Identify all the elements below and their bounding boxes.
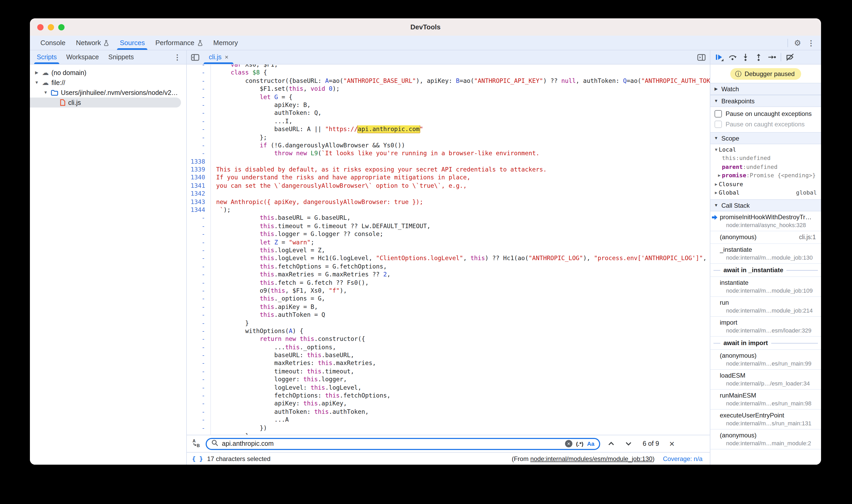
search-query[interactable]: api.anthropic.com (222, 440, 561, 447)
code-line[interactable]: - }) (187, 424, 710, 432)
code-line[interactable]: - if (!G.dangerouslyAllowBrowser && Ys0(… (187, 142, 710, 150)
scope-group-global[interactable]: ▶Globalglobal (710, 188, 821, 197)
disclosure-right-icon[interactable]: ▶ (717, 173, 722, 178)
line-gutter[interactable]: - (187, 384, 211, 392)
line-gutter[interactable]: - (187, 279, 211, 287)
coverage-link[interactable]: Coverage: n/a (663, 455, 703, 462)
scope-group-local[interactable]: ▼Local (710, 145, 821, 154)
line-gutter[interactable]: 1344 (187, 206, 211, 214)
case-sensitive-toggle[interactable]: Aa (587, 440, 594, 447)
code-line[interactable]: - this.baseURL = G.baseURL, (187, 214, 710, 222)
maximize-window-button[interactable] (58, 24, 65, 30)
line-gutter[interactable]: - (187, 247, 211, 255)
disclosure-right-icon[interactable]: ▶ (34, 70, 39, 75)
checkbox[interactable] (714, 110, 722, 118)
call-stack-frame[interactable]: executeUserEntryPointnode:internal/m…s/r… (710, 410, 821, 430)
scope-var-this[interactable]: this: undefined (710, 154, 821, 163)
tab-memory[interactable]: Memory (208, 36, 243, 50)
disclosure-down-icon[interactable]: ▼ (713, 147, 719, 152)
line-gutter[interactable]: - (187, 311, 211, 319)
code-line[interactable]: - this.timeout = G.timeout ?? Lw.DEFAULT… (187, 222, 710, 231)
code-line[interactable]: - maxRetries: this.maxRetries, (187, 360, 710, 368)
code-line[interactable]: - authToken: this.authToken, (187, 408, 710, 416)
line-gutter[interactable]: - (187, 303, 211, 311)
line-gutter[interactable]: - (187, 230, 211, 238)
line-gutter[interactable]: - (187, 93, 211, 101)
replace-toggle-icon[interactable]: AB (192, 438, 201, 449)
code-line[interactable]: - class $8 { (187, 69, 710, 77)
regex-toggle[interactable]: (.*) (576, 440, 583, 447)
line-gutter[interactable]: - (187, 392, 211, 400)
navigator-tab-snippets[interactable]: Snippets (104, 50, 139, 64)
tab-close-icon[interactable]: × (225, 54, 229, 61)
line-gutter[interactable]: - (187, 263, 211, 271)
line-gutter[interactable]: 1342 (187, 190, 211, 198)
deactivate-breakpoints-button-icon[interactable] (784, 51, 796, 63)
code-line[interactable]: - logger: this.logger, (187, 376, 710, 384)
line-gutter[interactable]: 1338 (187, 158, 211, 166)
line-gutter[interactable]: 1341 (187, 182, 211, 190)
code-line[interactable]: 1340If you understand the risks and have… (187, 174, 710, 182)
line-gutter[interactable]: 1339 (187, 166, 211, 174)
watch-section-header[interactable]: ▶ Watch (710, 83, 821, 95)
code-line[interactable]: - this.apiKey = B, (187, 303, 710, 311)
tab-network[interactable]: Network (71, 36, 114, 50)
line-gutter[interactable]: 1340 (187, 174, 211, 182)
navigator-tab-workspace[interactable]: Workspace (61, 50, 104, 64)
clear-search-icon[interactable]: ✕ (565, 440, 572, 447)
code-line[interactable]: - logLevel: this.logLevel, (187, 384, 710, 392)
call-stack-frame[interactable]: promiseInitHookWithDestroyTr…node:intern… (710, 211, 821, 231)
step-into-button-icon[interactable] (739, 51, 752, 63)
navigator-tab-scripts[interactable]: Scripts (32, 50, 61, 64)
line-gutter[interactable]: - (187, 77, 211, 85)
code-line[interactable]: - return new this.constructor({ (187, 336, 710, 343)
navigator-more-icon[interactable]: ⋮ (171, 50, 184, 64)
call-stack-frame[interactable]: _instantiatenode:internal/m…module_job:1… (710, 244, 821, 264)
line-gutter[interactable]: - (187, 238, 211, 247)
line-gutter[interactable]: - (187, 376, 211, 384)
hide-navigator-icon[interactable] (187, 50, 203, 64)
line-gutter[interactable]: - (187, 133, 211, 142)
scope-var-parent[interactable]: parent: undefined (710, 163, 821, 171)
code-line[interactable]: - apiKey: this.apiKey, (187, 400, 710, 408)
minimize-window-button[interactable] (48, 24, 54, 30)
line-gutter[interactable]: - (187, 125, 211, 133)
previous-match-icon[interactable] (605, 442, 618, 446)
code-line[interactable]: 1342 (187, 190, 710, 198)
step-over-button-icon[interactable] (726, 51, 739, 63)
scope-var-promise[interactable]: ▶promise: Promise {<pending>} (710, 171, 821, 180)
step-button-icon[interactable] (765, 51, 778, 63)
next-match-icon[interactable] (622, 442, 635, 446)
code-line[interactable]: - var Xs0, $F1; (187, 65, 710, 69)
code-line[interactable]: - this.logger = G.logger ?? console; (187, 230, 710, 238)
code-line[interactable]: - } (187, 319, 710, 327)
code-line[interactable]: - this.fetch = G.fetch ?? Fs0(), (187, 279, 710, 287)
scope-section-header[interactable]: ▼ Scope (710, 132, 821, 144)
code-line[interactable]: - fetchOptions: this.fetchOptions, (187, 392, 710, 400)
line-gutter[interactable]: 1343 (187, 198, 211, 206)
line-gutter[interactable]: - (187, 255, 211, 263)
line-gutter[interactable]: - (187, 222, 211, 231)
line-gutter[interactable]: - (187, 416, 211, 424)
search-input[interactable]: api.anthropic.com ✕ (.*) Aa (206, 438, 600, 450)
tree-item-cli-js[interactable]: cli.js (30, 97, 181, 108)
call-stack-frame[interactable]: importnode:internal/m…esm/loader:329 (710, 317, 821, 337)
hide-debugger-icon[interactable] (693, 50, 710, 64)
line-gutter[interactable]: - (187, 214, 211, 222)
tree-item--no-domain-[interactable]: ▶☁(no domain) (30, 68, 186, 78)
code-line[interactable]: - ...this._options, (187, 343, 710, 352)
line-gutter[interactable]: - (187, 424, 211, 432)
line-gutter[interactable]: - (187, 85, 211, 93)
code-line[interactable]: - withOptions(A) { (187, 327, 710, 336)
file-tab-clijs[interactable]: cli.js × (203, 50, 234, 64)
tree-item-users-jinhuilee-nvm-versions-node-v2-[interactable]: ▼Users/jinhuilee/.nvm/versions/node/v2… (30, 88, 186, 97)
code-line[interactable]: - this.maxRetries = G.maxRetries ?? 2, (187, 271, 710, 279)
code-line[interactable]: - baseURL: A || "https://api.anthropic.c… (187, 125, 710, 133)
line-gutter[interactable]: - (187, 150, 211, 158)
code-line[interactable]: - let Z = "warn"; (187, 238, 710, 247)
code-line[interactable]: - baseURL: this.baseURL, (187, 352, 710, 360)
code-line[interactable]: - o9(this, $F1, Xs0, "f"), (187, 287, 710, 295)
code-line[interactable]: 1339This is disabled by default, as it r… (187, 166, 710, 174)
call-stack-frame[interactable]: runnode:internal/m…module_job:214 (710, 297, 821, 317)
call-stack-section-header[interactable]: ▼ Call Stack (710, 199, 821, 211)
